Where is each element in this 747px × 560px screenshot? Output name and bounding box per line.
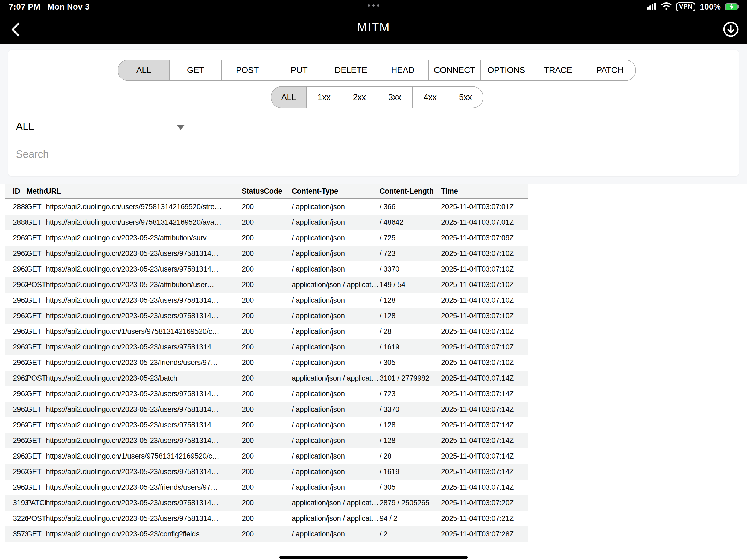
- cell-method: GET: [27, 265, 46, 274]
- table-row[interactable]: 3226POSThttps://api2.duolingo.cn/2023-05…: [5, 511, 528, 526]
- cell-id: 2962: [13, 249, 27, 258]
- nav-bar: MITM: [0, 14, 747, 44]
- cell-content-length: 2879 / 2505265: [380, 499, 441, 507]
- cell-method: GET: [27, 467, 46, 476]
- table-row[interactable]: 2962GEThttps://api2.duolingo.cn/2023-05-…: [5, 261, 528, 277]
- cell-time: 2025-11-04T03:07:01Z: [441, 218, 528, 227]
- cell-content-length: 3101 / 2779982: [380, 374, 441, 383]
- table-row[interactable]: 2962GEThttps://api2.duolingo.cn/2023-05-…: [5, 339, 528, 355]
- table-row[interactable]: 2962GEThttps://api2.duolingo.cn/2023-05-…: [5, 292, 528, 308]
- method-filter-connect[interactable]: CONNECT: [428, 60, 480, 80]
- method-filter-patch[interactable]: PATCH: [584, 60, 636, 80]
- cell-url: https://api2.duolingo.cn/2023-05-23/user…: [46, 514, 242, 523]
- cell-status-code: 200: [242, 327, 292, 336]
- cell-content-type: application/json / applicat…: [292, 514, 380, 523]
- table-row[interactable]: 3573GEThttps://api2.duolingo.cn/2023-05-…: [5, 526, 528, 542]
- cell-method: GET: [27, 234, 46, 242]
- cell-content-type: / application/json: [292, 327, 380, 336]
- cell-method: GET: [27, 530, 46, 538]
- cell-url: https://api2.duolingo.cn/2023-05-23/user…: [46, 249, 242, 258]
- method-filter-segment: ALLGETPOSTPUTDELETEHEADCONNECTOPTIONSTRA…: [118, 59, 636, 81]
- wifi-icon: [661, 2, 672, 11]
- cell-content-type: / application/json: [292, 405, 380, 414]
- table-row[interactable]: 2962POSThttps://api2.duolingo.cn/2023-05…: [5, 371, 528, 386]
- cell-time: 2025-11-04T03:07:14Z: [441, 467, 528, 476]
- cell-content-type: / application/json: [292, 312, 380, 320]
- cell-content-type: application/json / applicat…: [292, 281, 380, 289]
- table-row[interactable]: 2962GEThttps://api2.duolingo.cn/2023-05-…: [5, 402, 528, 417]
- table-row[interactable]: 2962GEThttps://api2.duolingo.cn/2023-05-…: [5, 480, 528, 495]
- content-area: IDMethodURLStatusCodeContent-TypeContent…: [0, 184, 747, 560]
- table-row[interactable]: 2962GEThttps://api2.duolingo.cn/2023-05-…: [5, 433, 528, 449]
- search-input[interactable]: [15, 145, 736, 167]
- cell-url: https://api2.duolingo.cn/users/975813142…: [46, 218, 242, 227]
- status-filter-4xx[interactable]: 4xx: [412, 87, 447, 108]
- cell-content-type: / application/json: [292, 265, 380, 274]
- cell-url: https://api2.duolingo.cn/2023-05-23/conf…: [46, 530, 242, 538]
- cell-status-code: 200: [242, 436, 292, 445]
- status-filter-1xx[interactable]: 1xx: [306, 87, 341, 108]
- table-row[interactable]: 2962GEThttps://api2.duolingo.cn/1/users/…: [5, 449, 528, 464]
- search-field-wrap: [15, 145, 736, 167]
- table-row[interactable]: 2888GEThttps://api2.duolingo.cn/users/97…: [5, 199, 528, 215]
- table-row[interactable]: 2962GEThttps://api2.duolingo.cn/2023-05-…: [5, 355, 528, 371]
- method-filter-get[interactable]: GET: [169, 60, 221, 80]
- method-filter-trace[interactable]: TRACE: [532, 60, 584, 80]
- cell-method: POST: [27, 281, 46, 289]
- cell-status-code: 200: [242, 530, 292, 538]
- domain-filter-dropdown[interactable]: ALL: [15, 118, 189, 137]
- cell-id: 2962: [13, 234, 27, 242]
- table-row[interactable]: 2962GEThttps://api2.duolingo.cn/2023-05-…: [5, 246, 528, 261]
- method-filter-delete[interactable]: DELETE: [325, 60, 377, 80]
- cell-url: https://api2.duolingo.cn/2023-05-23/user…: [46, 312, 242, 320]
- method-filter-post[interactable]: POST: [221, 60, 273, 80]
- cell-status-code: 200: [242, 281, 292, 289]
- cell-time: 2025-11-04T03:07:10Z: [441, 265, 528, 274]
- cell-url: https://api2.duolingo.cn/2023-05-23/frie…: [46, 483, 242, 492]
- cell-status-code: 200: [242, 265, 292, 274]
- table-row[interactable]: 2962GEThttps://api2.duolingo.cn/2023-05-…: [5, 230, 528, 246]
- table-row[interactable]: 2962GEThttps://api2.duolingo.cn/2023-05-…: [5, 386, 528, 402]
- cell-id: 2962: [13, 343, 27, 351]
- cell-method: GET: [27, 312, 46, 320]
- cell-id: 2962: [13, 421, 27, 429]
- status-filter-3xx[interactable]: 3xx: [377, 87, 412, 108]
- cell-content-length: / 1619: [380, 343, 441, 351]
- table-row[interactable]: 2888GEThttps://api2.duolingo.cn/users/97…: [5, 215, 528, 230]
- battery-charging-icon: [725, 3, 739, 10]
- cell-content-type: application/json / applicat…: [292, 374, 380, 383]
- cell-status-code: 200: [242, 296, 292, 305]
- method-filter-put[interactable]: PUT: [273, 60, 325, 80]
- cell-url: https://api2.duolingo.cn/2023-05-23/user…: [46, 467, 242, 476]
- method-filter-head[interactable]: HEAD: [377, 60, 428, 80]
- cell-method: GET: [27, 405, 46, 414]
- cell-url: https://api2.duolingo.cn/2023-05-23/batc…: [46, 374, 242, 383]
- method-filter-all[interactable]: ALL: [118, 60, 169, 80]
- column-header-content-length: Content-Length: [380, 187, 441, 196]
- cell-time: 2025-11-04T03:07:14Z: [441, 483, 528, 492]
- status-filter-2xx[interactable]: 2xx: [341, 87, 377, 108]
- table-row[interactable]: 2962GEThttps://api2.duolingo.cn/2023-05-…: [5, 417, 528, 433]
- cell-content-length: / 48642: [380, 218, 441, 227]
- status-filter-5xx[interactable]: 5xx: [447, 87, 483, 108]
- home-indicator[interactable]: [279, 556, 468, 559]
- cell-method: PATCH: [27, 499, 46, 507]
- method-filter-options[interactable]: OPTIONS: [480, 60, 532, 80]
- status-filter-all[interactable]: ALL: [271, 87, 306, 108]
- table-row[interactable]: 2962GEThttps://api2.duolingo.cn/2023-05-…: [5, 464, 528, 480]
- cell-url: https://api2.duolingo.cn/2023-05-23/user…: [46, 405, 242, 414]
- cell-id: 2888: [13, 203, 27, 211]
- cell-url: https://api2.duolingo.cn/2023-05-23/user…: [46, 296, 242, 305]
- table-row[interactable]: 2962GEThttps://api2.duolingo.cn/2023-05-…: [5, 308, 528, 324]
- table-row[interactable]: 3193PATCHhttps://api2.duolingo.cn/2023-0…: [5, 495, 528, 511]
- download-button[interactable]: [722, 21, 739, 38]
- cell-method: GET: [27, 203, 46, 211]
- cell-method: GET: [27, 436, 46, 445]
- cell-status-code: 200: [242, 452, 292, 460]
- cell-method: GET: [27, 218, 46, 227]
- cell-time: 2025-11-04T03:07:14Z: [441, 374, 528, 383]
- table-row[interactable]: 2962GEThttps://api2.duolingo.cn/1/users/…: [5, 324, 528, 339]
- cell-content-type: / application/json: [292, 343, 380, 351]
- cell-id: 3193: [13, 499, 27, 507]
- table-row[interactable]: 2962POSThttps://api2.duolingo.cn/2023-05…: [5, 277, 528, 292]
